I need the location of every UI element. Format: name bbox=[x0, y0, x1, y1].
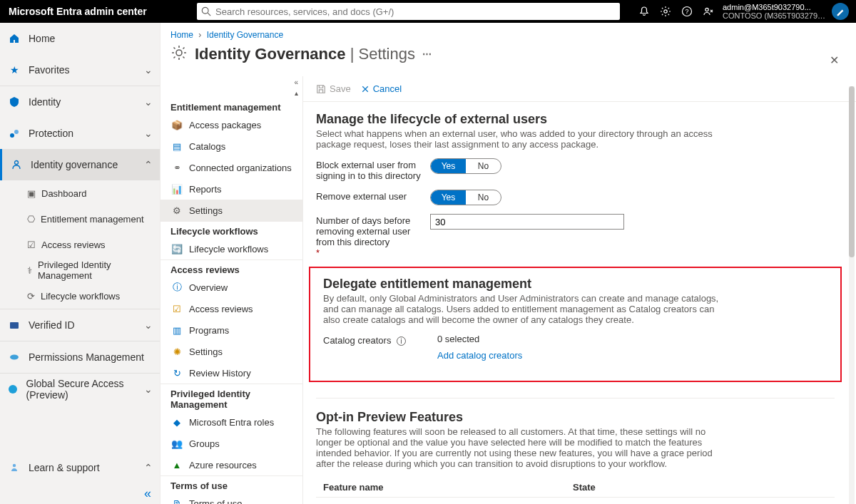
save-icon bbox=[316, 84, 326, 94]
nav-home[interactable]: Home bbox=[0, 23, 160, 54]
page-title-bar: Identity Governance | Settings ⋯ bbox=[160, 44, 432, 76]
info-icon: ⓘ bbox=[170, 281, 183, 294]
gear-icon bbox=[170, 44, 188, 63]
pim-icon: ⚕ bbox=[27, 265, 32, 276]
nav2-group-lifecycle: Lifecycle workflows bbox=[160, 221, 302, 238]
azure-icon: ▲ bbox=[170, 460, 183, 470]
reports-icon: 📊 bbox=[170, 184, 183, 195]
toggle-yes[interactable]: Yes bbox=[431, 190, 466, 205]
feedback-icon[interactable] bbox=[703, 6, 714, 17]
block-user-toggle[interactable]: Yes No bbox=[430, 158, 501, 174]
entra-icon: ◆ bbox=[170, 417, 183, 428]
topbar-icons: ? bbox=[638, 6, 714, 17]
chevron-down-icon: ⌄ bbox=[144, 96, 153, 108]
nav-identity-governance[interactable]: Identity governance ⌃ bbox=[0, 149, 160, 180]
preview-feature-table-header: Feature name State bbox=[316, 478, 835, 498]
nav2-review-history[interactable]: ↻Review History bbox=[160, 362, 302, 384]
nav-permissions[interactable]: Permissions Management bbox=[0, 341, 160, 373]
global-search[interactable] bbox=[197, 3, 620, 20]
nav-ig-pim[interactable]: ⚕Privileged Identity Management bbox=[0, 257, 160, 283]
account-control[interactable]: admin@M365t9032790... CONTOSO (M365T9032… bbox=[723, 3, 849, 20]
nav2-ar-settings[interactable]: ✺Settings bbox=[160, 341, 302, 362]
nav2-groups[interactable]: 👥Groups bbox=[160, 433, 302, 454]
programs-icon: ▥ bbox=[170, 325, 183, 336]
search-input[interactable] bbox=[215, 6, 620, 17]
days-before-remove-input[interactable] bbox=[430, 214, 624, 230]
external-users-desc: Select what happens when an external use… bbox=[316, 128, 715, 150]
toggle-no[interactable]: No bbox=[466, 159, 501, 173]
nav2-terms-of-use[interactable]: 🗎Terms of use bbox=[160, 493, 302, 504]
main-scrollbar[interactable] bbox=[846, 76, 856, 504]
block-user-label: Block external user from signing in to t… bbox=[316, 158, 430, 181]
external-users-heading: Manage the lifecycle of external users bbox=[316, 112, 835, 127]
close-blade-button[interactable]: ✕ bbox=[830, 53, 839, 67]
cancel-button[interactable]: Cancel bbox=[361, 83, 402, 94]
nav2-connected-orgs[interactable]: ⚭Connected organizations bbox=[160, 157, 302, 178]
package-icon: 📦 bbox=[170, 120, 183, 130]
nav-learn-support[interactable]: Learn & support ⌃ bbox=[0, 452, 160, 483]
nav-identity[interactable]: Identity ⌄ bbox=[0, 86, 160, 118]
breadcrumb-home[interactable]: Home bbox=[170, 30, 193, 40]
more-icon[interactable]: ⋯ bbox=[422, 48, 432, 59]
delegate-entitlement-section: Delegate entitlement management By defau… bbox=[309, 267, 842, 382]
breadcrumb: Home › Identity Governance bbox=[160, 23, 856, 44]
nav2-entra-roles[interactable]: ◆Microsoft Entra roles bbox=[160, 411, 302, 433]
avatar bbox=[832, 3, 849, 20]
chevron-up-icon: ⌃ bbox=[144, 462, 153, 473]
chevron-down-icon: ⌄ bbox=[144, 128, 153, 139]
svg-point-8 bbox=[15, 161, 19, 165]
add-catalog-creators-link[interactable]: Add catalog creators bbox=[437, 350, 522, 361]
breadcrumb-ig[interactable]: Identity Governance bbox=[207, 30, 283, 40]
groups-icon: 👥 bbox=[170, 438, 183, 449]
catalog-creators-value: 0 selected bbox=[437, 334, 479, 344]
nav2-access-packages[interactable]: 📦Access packages bbox=[160, 114, 302, 135]
nav2-group-pim: Privileged Identity Management bbox=[160, 384, 302, 411]
remove-user-toggle[interactable]: Yes No bbox=[430, 190, 501, 205]
nav-favorites[interactable]: ★ Favorites ⌄ bbox=[0, 54, 160, 86]
nav-ig-access-reviews[interactable]: ☑Access reviews bbox=[0, 232, 160, 257]
chevron-up-icon: ⌃ bbox=[144, 159, 153, 170]
primary-nav: Home ★ Favorites ⌄ Identity ⌄ Protection… bbox=[0, 23, 160, 504]
nav2-overview[interactable]: ⓘOverview bbox=[160, 277, 302, 298]
nav-protection[interactable]: Protection ⌄ bbox=[0, 118, 160, 149]
toggle-yes[interactable]: Yes bbox=[431, 159, 466, 173]
save-button[interactable]: Save bbox=[316, 83, 351, 94]
user-org: CONTOSO (M365T90327901.ON... bbox=[723, 11, 826, 20]
nav-ig-entitlement[interactable]: ⎔Entitlement management bbox=[0, 206, 160, 232]
nav-collapse[interactable]: « bbox=[0, 483, 160, 504]
globe-icon bbox=[7, 384, 19, 395]
home-icon bbox=[7, 33, 21, 44]
nav-global-secure-access[interactable]: Global Secure Access (Preview) ⌄ bbox=[0, 374, 160, 405]
svg-rect-9 bbox=[10, 322, 19, 329]
nav2-access-reviews[interactable]: ☑Access reviews bbox=[160, 298, 302, 319]
help-icon[interactable]: ? bbox=[681, 6, 693, 17]
nav2-programs[interactable]: ▥Programs bbox=[160, 319, 302, 341]
info-icon[interactable]: i bbox=[397, 336, 406, 346]
nav-ig-lifecycle[interactable]: ⟳Lifecycle workflows bbox=[0, 283, 160, 309]
entitlement-icon: ⎔ bbox=[27, 214, 35, 225]
history-icon: ↻ bbox=[170, 368, 183, 379]
svg-point-2 bbox=[664, 10, 667, 13]
nav-ig-dashboard[interactable]: ▣Dashboard bbox=[0, 180, 160, 206]
nav2-lifecycle-workflows[interactable]: 🔄Lifecycle workflows bbox=[160, 238, 302, 259]
learn-icon bbox=[7, 462, 21, 473]
svg-point-13 bbox=[176, 50, 182, 56]
lifecycle-icon: 🔄 bbox=[170, 244, 183, 254]
lifecycle-icon: ⟳ bbox=[27, 291, 35, 302]
nav-verified-id[interactable]: Verified ID ⌄ bbox=[0, 309, 160, 341]
identity-icon bbox=[7, 96, 21, 108]
nav2-catalogs[interactable]: ▤Catalogs bbox=[160, 135, 302, 157]
nav2-azure-resources[interactable]: ▲Azure resources bbox=[160, 454, 302, 475]
svg-point-0 bbox=[202, 7, 208, 14]
notifications-icon[interactable] bbox=[638, 6, 650, 17]
nav2-reports[interactable]: 📊Reports bbox=[160, 178, 302, 200]
brand: Microsoft Entra admin center bbox=[9, 6, 187, 17]
col-state: State bbox=[573, 482, 596, 493]
toggle-no[interactable]: No bbox=[466, 190, 501, 205]
access-reviews-icon: ☑ bbox=[27, 240, 36, 250]
optin-heading: Opt-in Preview Features bbox=[316, 410, 835, 425]
collapse-secondary-nav[interactable]: «▴ bbox=[294, 78, 298, 97]
settings-icon[interactable] bbox=[660, 6, 671, 17]
nav2-settings[interactable]: ⚙Settings bbox=[160, 200, 302, 221]
org-icon: ⚭ bbox=[170, 163, 183, 173]
